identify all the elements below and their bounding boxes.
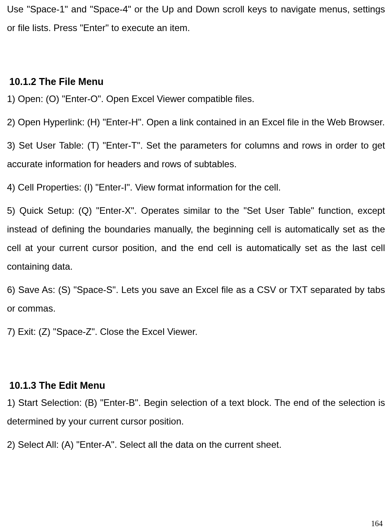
section-heading-edit-menu: 10.1.3 The Edit Menu	[9, 380, 385, 391]
file-menu-item-4: 4) Cell Properties: (I) "Enter-I". View …	[7, 178, 385, 197]
file-menu-item-7: 7) Exit: (Z) "Space-Z". Close the Excel …	[7, 322, 385, 341]
file-menu-item-2: 2) Open Hyperlink: (H) "Enter-H". Open a…	[7, 113, 385, 132]
edit-menu-item-2: 2) Select All: (A) "Enter-A". Select all…	[7, 435, 385, 454]
edit-menu-item-1: 1) Start Selection: (B) "Enter-B". Begin…	[7, 393, 385, 431]
document-page: Use "Space-1" and "Space-4" or the Up an…	[0, 0, 392, 532]
file-menu-item-3: 3) Set User Table: (T) "Enter-T". Set th…	[7, 136, 385, 173]
file-menu-item-6: 6) Save As: (S) "Space-S". Lets you save…	[7, 281, 385, 318]
spacer	[7, 346, 385, 361]
file-menu-item-1: 1) Open: (O) "Enter-O". Open Excel Viewe…	[7, 90, 385, 108]
page-number: 164	[371, 519, 383, 528]
section-heading-file-menu: 10.1.2 The File Menu	[9, 76, 385, 87]
spacer	[7, 42, 385, 57]
file-menu-item-5: 5) Quick Setup: (Q) "Enter-X". Operates …	[7, 201, 385, 276]
intro-paragraph: Use "Space-1" and "Space-4" or the Up an…	[7, 0, 385, 37]
